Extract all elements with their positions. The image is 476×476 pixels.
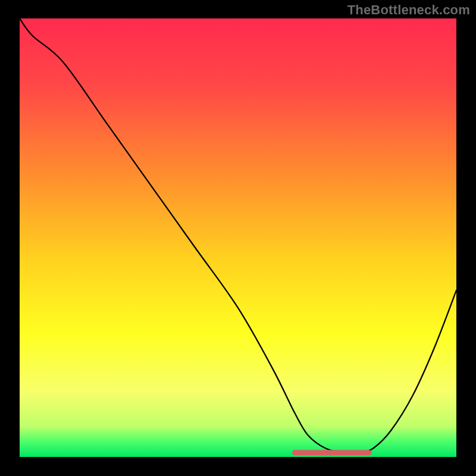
chart-frame: TheBottleneck.com — [0, 0, 476, 476]
bottleneck-chart — [0, 0, 476, 476]
plot-background — [20, 18, 456, 457]
watermark-text: TheBottleneck.com — [347, 2, 470, 18]
